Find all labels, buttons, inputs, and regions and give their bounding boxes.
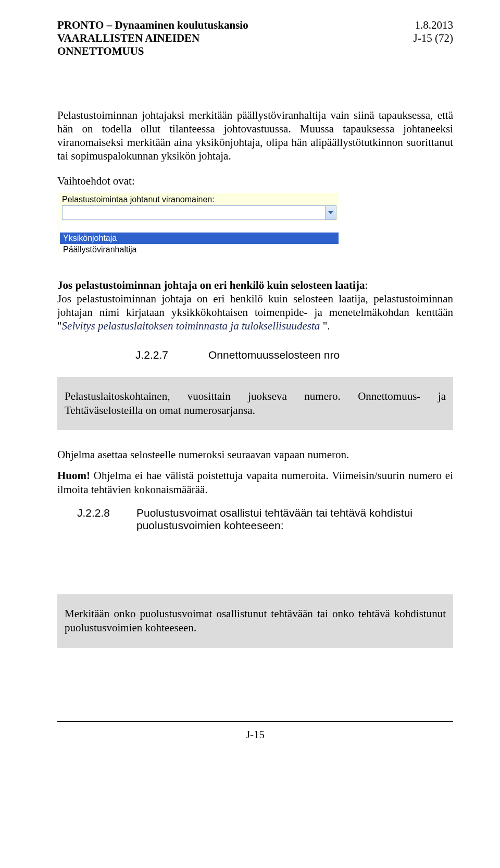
section-1-title: Onnettomuusselosteen nro bbox=[208, 349, 340, 361]
dropdown-button[interactable] bbox=[325, 205, 336, 220]
footer-rule bbox=[57, 721, 453, 722]
gray-box-2: Merkitään onko puolustusvoimat osallistu… bbox=[57, 594, 453, 648]
footer-page-number: J-15 bbox=[57, 728, 453, 741]
paragraph-3: Jos pelastustoiminnan johtaja on eri hen… bbox=[57, 278, 453, 333]
header-title-1: PRONTO – Dynaaminen koulutuskansio bbox=[57, 19, 248, 32]
p3-bold: Jos pelastustoiminnan johtaja on eri hen… bbox=[57, 279, 365, 291]
page: PRONTO – Dynaaminen koulutuskansio VAARA… bbox=[0, 0, 500, 757]
header-right: 1.8.2013 J-15 (72) bbox=[414, 19, 453, 58]
spacer bbox=[57, 548, 453, 594]
header-left: PRONTO – Dynaaminen koulutuskansio VAARA… bbox=[57, 19, 248, 58]
dropdown-caption: Pelastustoimintaa johtanut viranomainen: bbox=[60, 195, 339, 205]
paragraph-1: Pelastustoiminnan johtajaksi merkitään p… bbox=[57, 108, 453, 163]
header-title-2: VAARALLISTEN AINEIDEN bbox=[57, 32, 248, 45]
paragraph-4: Ohjelma asettaa selosteelle numeroksi se… bbox=[57, 448, 453, 461]
header-title-3: ONNETTOMUUS bbox=[57, 45, 248, 58]
header-date: 1.8.2013 bbox=[414, 19, 453, 32]
spacer-2 bbox=[57, 666, 453, 703]
dropdown-option-selected[interactable]: Yksikönjohtaja bbox=[60, 233, 339, 244]
section-heading-1: J.2.2.7 Onnettomuusselosteen nro bbox=[135, 349, 453, 361]
section-2-number: J.2.2.8 bbox=[77, 507, 136, 532]
dropdown-list: Yksikönjohtaja Päällystöviranhaltija bbox=[60, 221, 339, 255]
paragraph-5: Huom! Ohjelma ei hae välistä poistettuja… bbox=[57, 469, 453, 496]
dropdown-field[interactable] bbox=[62, 205, 336, 220]
p3-colon: : bbox=[365, 279, 368, 291]
chevron-down-icon bbox=[328, 211, 333, 214]
section-2-title: Puolustusvoimat osallistui tehtävään tai… bbox=[136, 507, 453, 532]
dropdown-blank-option[interactable] bbox=[60, 221, 339, 233]
section-heading-2: J.2.2.8 Puolustusvoimat osallistui tehtä… bbox=[77, 507, 453, 532]
p5-lead: Huom! bbox=[57, 469, 90, 482]
dropdown-option-2[interactable]: Päällystöviranhaltija bbox=[60, 244, 339, 255]
options-label: Vaihtoehdot ovat: bbox=[57, 175, 453, 188]
dropdown-input[interactable] bbox=[62, 205, 325, 220]
header-pagecode: J-15 (72) bbox=[414, 32, 453, 45]
section-1-number: J.2.2.7 bbox=[135, 349, 208, 361]
p3-end: ". bbox=[320, 320, 330, 332]
p3-italic: Selvitys pelastuslaitoksen toiminnasta j… bbox=[62, 320, 320, 332]
dropdown-mock: Pelastustoimintaa johtanut viranomainen:… bbox=[57, 193, 339, 255]
page-header: PRONTO – Dynaaminen koulutuskansio VAARA… bbox=[57, 19, 453, 58]
gray-box-1: Pelastuslaitoskohtainen, vuosittain juok… bbox=[57, 377, 453, 431]
p5-rest: Ohjelma ei hae välistä poistettuja vapai… bbox=[57, 469, 453, 495]
